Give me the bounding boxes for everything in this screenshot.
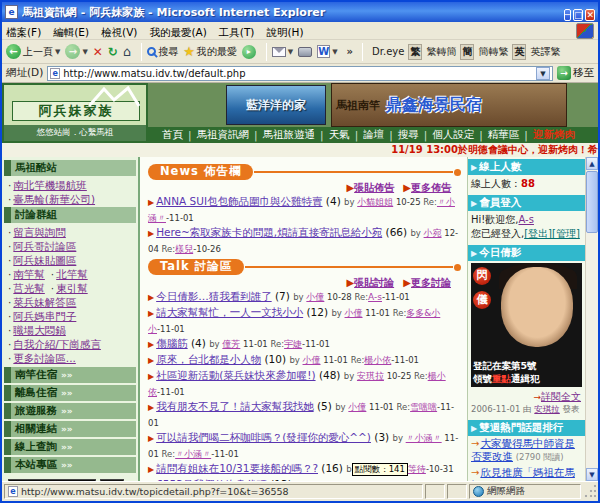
topic-title-link[interactable]: ANNA SUI包包飾品圍巾與公雞特賣 (156, 195, 322, 207)
sidebar-link[interactable]: 阿兵哥討論區 (13, 240, 76, 252)
username-link[interactable]: A-s (519, 214, 534, 225)
replier-link[interactable]: A-s (368, 292, 382, 302)
go-button[interactable]: → 移至 (557, 66, 594, 80)
site-logo[interactable]: 阿兵妹家族 悠悠站崗．心繫馬祖 (2, 83, 148, 143)
sidebar-link[interactable]: 阿兵媽串門子 (13, 310, 76, 322)
topic-title-link[interactable]: 可以請我們喝二杯咖啡嗎？(發揮你的愛心^^) (156, 431, 371, 443)
hotrank-banner[interactable]: HOTRANK (8, 479, 96, 481)
minimize-button[interactable]: ─ (564, 9, 571, 21)
post-news-link[interactable]: 張貼佈告 (354, 182, 394, 193)
author-link[interactable]: 僮芳 (222, 339, 240, 349)
toolbar-overflow-button[interactable]: » (347, 46, 353, 57)
menu-item[interactable]: 檔案(F) (6, 26, 41, 38)
hot-topic-link[interactable]: 欣見推廣「媽祖在馬祖」活 (471, 466, 575, 481)
replier-link[interactable]: 樣兒 (175, 244, 193, 254)
scroll-up-button[interactable]: ▲ (586, 157, 598, 170)
scroll-down-button[interactable]: ▼ (586, 468, 598, 481)
nav-item[interactable]: 天氣 (329, 128, 350, 142)
replier-link[interactable]: 〃小涵〃 (175, 449, 211, 459)
topic-title-link[interactable]: Here~索取家族卡的問題,煩請直接寄訊息給小宛 (156, 226, 382, 238)
ad-banner-blue-home[interactable]: 藍洋洋的家 (226, 85, 326, 125)
author-link[interactable]: 小僮 (345, 308, 363, 318)
topic-title-link[interactable]: 我有朋友不見了！請大家幫我找她 (156, 400, 314, 412)
author-link[interactable]: 〃小涵〃 (406, 433, 442, 443)
photo-author-link[interactable]: 安琪拉 (534, 404, 560, 414)
author-link[interactable]: 小僮 (348, 402, 366, 412)
author-link[interactable]: 小僮 (306, 292, 324, 302)
author-link[interactable]: 小宛 (424, 228, 442, 238)
sidebar-link[interactable]: 莒光幫 (13, 282, 45, 294)
scrollbar-track[interactable] (586, 233, 598, 468)
favorites-button[interactable]: ★ 我的最愛 (183, 44, 237, 59)
replier-link[interactable]: 宇婕 (284, 339, 302, 349)
replier-link[interactable]: 楊小依 (364, 355, 391, 365)
post-talk-link[interactable]: 張貼討論 (354, 277, 394, 288)
vertical-scrollbar[interactable]: ▲ ▼ (585, 157, 598, 481)
print-button[interactable] (298, 47, 312, 57)
nav-item[interactable]: 首頁 (162, 128, 183, 142)
back-button[interactable]: ← 上一頁 ▼ (6, 44, 60, 59)
nav-item-highlight[interactable]: 迎新烤肉 (533, 128, 575, 142)
sidebar-link[interactable]: 阿兵妹貼圖區 (13, 254, 76, 266)
menu-item[interactable]: 工具(T) (219, 26, 255, 38)
resize-grip[interactable] (583, 484, 596, 499)
address-dropdown-button[interactable]: ▼ (536, 67, 550, 80)
home-button[interactable]: ⌂ (123, 44, 131, 59)
more-talk-link[interactable]: 更多討論 (411, 277, 451, 288)
sidebar-link[interactable]: 自我介紹/下崗感言 (13, 338, 101, 350)
sidebar-link[interactable]: 南北竿機場航班 (13, 179, 87, 191)
author-link[interactable]: 安琪拉 (357, 371, 384, 381)
dreye-tag-icon[interactable]: 繁 (408, 44, 422, 60)
dreye-tag-icon[interactable]: 簡 (460, 44, 474, 60)
logout-link[interactable]: [登出] (524, 228, 552, 239)
sidebar-link[interactable]: 職場大悶鍋 (13, 324, 66, 336)
sidebar-collapsed-section[interactable]: 本站專區»» (4, 457, 136, 473)
sidebar-link[interactable]: 臺馬輪(新華公司) (13, 193, 95, 205)
topic-title-link[interactable]: 請問有姐妹在10/31要接船的嗎？? (156, 462, 318, 474)
sidebar-link[interactable]: 東引幫 (56, 282, 88, 294)
sidebar-collapsed-section[interactable]: 旅遊服務»» (4, 403, 136, 419)
menu-item[interactable]: 我的最愛(A) (149, 26, 206, 38)
replier-link[interactable]: 等待 (408, 464, 426, 474)
menu-item[interactable]: 說明(H) (266, 26, 303, 38)
daily-photo[interactable]: 閃 儀 登記在案第5號 領號重點通緝犯 (471, 263, 582, 387)
read-full-link[interactable]: 詳閱全文 (541, 391, 581, 402)
sidebar-link[interactable]: 留言與詢問 (13, 226, 66, 238)
topic-title-link[interactable]: 社區迎新活動(菜兵妹快來參加喔!) (156, 369, 315, 381)
media-button[interactable]: ▸ (242, 45, 256, 59)
close-button[interactable]: ✕ (585, 9, 595, 21)
replier-link[interactable]: 雪噹噹 (410, 402, 437, 412)
scrollbar-thumb[interactable] (586, 171, 598, 233)
topic-title-link[interactable]: 傷腦筋 (156, 337, 188, 349)
refresh-button[interactable]: ↻ (108, 45, 118, 59)
dreye-translate-button[interactable]: 簡轉繁 (478, 45, 508, 59)
menu-item[interactable]: 編輯(E) (53, 26, 89, 38)
sidebar-collapsed-section[interactable]: 南竿住宿»» (4, 367, 136, 383)
nav-item[interactable]: 馬祖資訊網 (197, 128, 250, 142)
sidebar-collapsed-section[interactable]: 離島住宿»» (4, 385, 136, 401)
sidebar-collapsed-section[interactable]: 相關連結»» (4, 421, 136, 437)
forward-button[interactable]: → ▼ (65, 44, 87, 59)
stop-button[interactable]: ✕ (93, 45, 103, 59)
mail-button[interactable]: ▼ (272, 47, 293, 57)
dreye-tag-icon[interactable]: 英 (512, 44, 526, 60)
sidebar-link[interactable]: 更多討論區... (13, 352, 76, 364)
nav-item[interactable]: 搜尋 (398, 128, 419, 142)
sidebar-link[interactable]: 北竿幫 (56, 268, 88, 280)
dreye-translate-button[interactable]: 繁轉簡 (426, 45, 456, 59)
maximize-button[interactable]: □ (573, 9, 584, 21)
topic-title-link[interactable]: 請大家幫幫忙，一人一文找小小 (156, 306, 303, 318)
author-link[interactable]: 小僮 (303, 355, 321, 365)
ad-banner-guesthouse[interactable]: 馬祖南竿 鼎鑫海景民宿 (331, 83, 567, 127)
nav-item[interactable]: 個人設定 (432, 128, 474, 142)
sidebar-link[interactable]: 菜兵妹解答區 (13, 296, 76, 308)
search-button[interactable]: 搜尋 (147, 45, 178, 59)
topic-title-link[interactable]: 原來，台北都是小人物 (156, 353, 261, 365)
sidebar-collapsed-section[interactable]: 線上查詢»» (4, 439, 136, 455)
dreye-translate-button[interactable]: 英譯繁 (530, 45, 560, 59)
topic-title-link[interactable]: 今日倩影…猜我看到誰了 (156, 290, 272, 302)
address-input[interactable]: e http://www.matsu.idv.tw/default.php ▼ (47, 66, 553, 81)
nav-item[interactable]: 馬祖旅遊通 (263, 128, 316, 142)
menu-item[interactable]: 檢視(V) (101, 26, 137, 38)
sidebar-link[interactable]: 南竿幫 (13, 268, 45, 280)
